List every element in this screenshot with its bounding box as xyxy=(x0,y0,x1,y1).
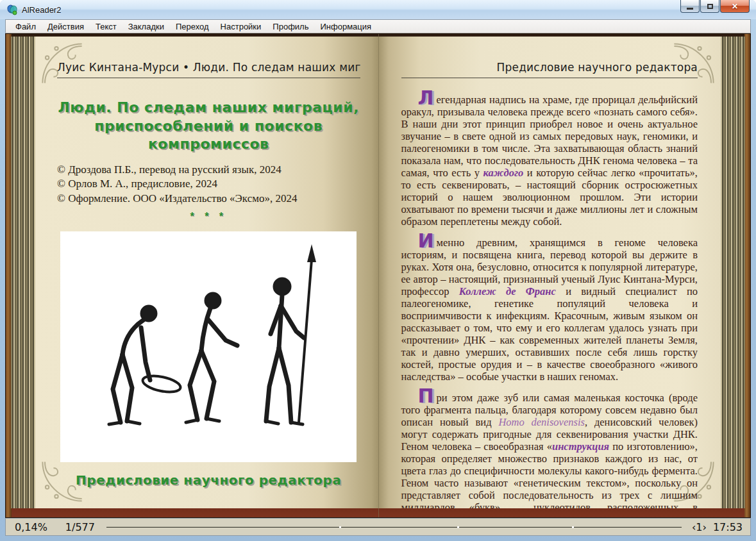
right-page-paragraphs: Легендарная надпись на храме, где прориц… xyxy=(401,94,698,508)
close-icon: ✕ xyxy=(732,2,738,11)
book-title-line: компромиссов xyxy=(57,135,360,154)
left-page[interactable]: Луис Кинтана-Мурси • Люди. По следам наш… xyxy=(35,37,378,508)
book-title-line: Люди. По следам наших миграций, xyxy=(57,99,360,117)
text-segment: Коллеж де Франс xyxy=(459,285,556,297)
status-bar: 0,14% 1/577 ‹1› 17:53 xyxy=(5,518,751,536)
left-page-header: Луис Кинтана-Мурси • Люди. По следам наш… xyxy=(57,61,360,74)
page-stack-right xyxy=(719,37,745,508)
menu-item[interactable]: Настройки xyxy=(215,21,267,33)
menu-item[interactable]: Текст xyxy=(90,21,122,33)
text-segment: инструкция xyxy=(552,440,609,453)
copyright-line: © Орлов М. А., предисловие, 2024 xyxy=(57,177,360,191)
maximize-button[interactable] xyxy=(700,0,719,13)
header-rule xyxy=(57,78,360,78)
book-title-line: приспособлений и поисков xyxy=(57,117,360,136)
window-controls: ✕ xyxy=(680,0,750,13)
menu-item[interactable]: Информация xyxy=(314,21,377,33)
copyright-line: © Дроздова П.Б., перевод на русский язык… xyxy=(57,163,360,177)
menu-item[interactable]: Закладки xyxy=(122,21,170,33)
progress-tick xyxy=(572,526,574,528)
book-spine xyxy=(378,34,379,517)
window-title: AlReader2 xyxy=(22,5,61,15)
menu-item[interactable]: Файл xyxy=(10,21,42,33)
paragraph: Именно древним, хранящимся в геноме чело… xyxy=(401,237,698,383)
app-icon xyxy=(6,4,18,15)
battery-or-marker: ‹1› xyxy=(692,521,707,533)
progress-line[interactable] xyxy=(106,527,682,528)
clock: 17:53 xyxy=(713,521,743,533)
menu-item[interactable]: Переход xyxy=(170,21,215,33)
progress-tick xyxy=(457,526,459,528)
text-segment: каждого xyxy=(483,167,524,179)
left-section-title: Предисловие научного редактора xyxy=(57,472,360,488)
copyright-line: © Оформление. ООО «Издательство «Эксмо»,… xyxy=(57,192,360,206)
reading-percent: 0,14% xyxy=(15,521,47,533)
close-button[interactable]: ✕ xyxy=(720,0,750,13)
page-stack-left xyxy=(11,37,37,508)
cover-edge-right xyxy=(744,34,750,517)
menu-item[interactable]: Профиль xyxy=(267,21,314,33)
text-segment: и видный специалист по палеогеномике, ге… xyxy=(401,285,698,383)
maximize-icon xyxy=(707,4,713,9)
book-title: Люди. По следам наших миграций,приспособ… xyxy=(57,99,360,154)
book-view[interactable]: Луис Кинтана-Мурси • Люди. По следам наш… xyxy=(5,33,751,518)
minimize-icon xyxy=(687,8,693,10)
right-page[interactable]: Предисловие научного редактора Легендарн… xyxy=(378,37,721,508)
paragraph: Легендарная надпись на храме, где прориц… xyxy=(401,94,698,228)
progress-tick xyxy=(339,526,341,528)
text-segment: Homo denisovensis xyxy=(498,416,585,428)
evolution-illustration xyxy=(60,231,357,462)
right-page-header: Предисловие научного редактора xyxy=(401,61,698,74)
minimize-button[interactable] xyxy=(680,0,700,13)
title-bar[interactable]: AlReader2 ✕ xyxy=(0,0,756,19)
app-window: AlReader2 ✕ ФайлДействияТекстЗакладкиПер… xyxy=(0,0,756,541)
page-counter: 1/577 xyxy=(65,521,95,533)
paragraph: При этом даже зуб или самая маленькая ко… xyxy=(401,392,698,508)
menu-item[interactable]: Действия xyxy=(42,21,90,33)
header-rule xyxy=(401,78,698,78)
copyright-block: © Дроздова П.Б., перевод на русский язык… xyxy=(57,163,360,206)
menu-bar: ФайлДействияТекстЗакладкиПереходНастройк… xyxy=(5,19,751,33)
section-separator: * * * xyxy=(57,211,360,222)
